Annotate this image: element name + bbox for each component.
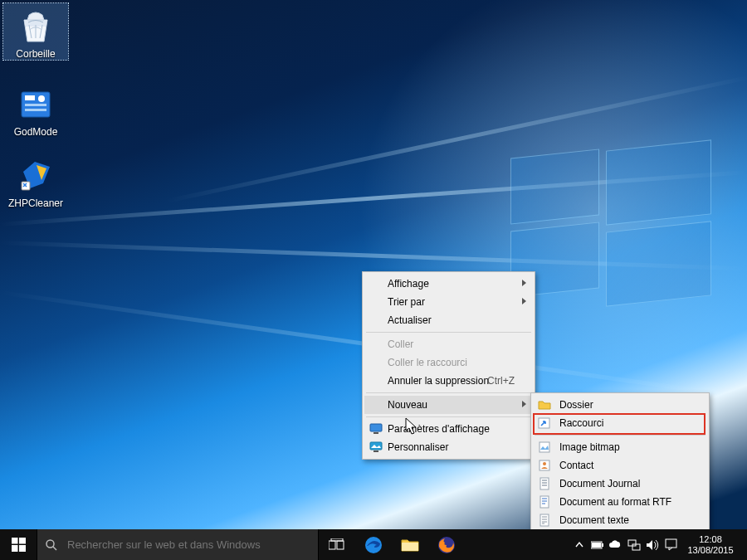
- task-view-icon: [329, 538, 345, 552]
- wallpaper-windows-logo: [510, 145, 710, 295]
- tray-battery-icon[interactable]: [588, 529, 607, 560]
- system-tray: 12:08 13/08/2015: [570, 529, 747, 560]
- desktop-icon-recycle-bin[interactable]: Corbeille: [3, 3, 68, 60]
- ctx-item-label: Personnaliser: [388, 441, 448, 453]
- tray-onedrive-icon[interactable]: [607, 529, 625, 560]
- shortcut-icon: [538, 416, 551, 430]
- tray-notifications-icon[interactable]: [662, 529, 680, 560]
- svg-rect-35: [666, 539, 676, 548]
- ctx-item-label: Raccourci: [559, 417, 603, 429]
- submenu-nouveau: Dossier Raccourci Image bitmap Contact: [530, 392, 710, 529]
- ctx-item-coller: Coller: [364, 335, 533, 353]
- ctx-item-affichage[interactable]: Affichage: [364, 275, 533, 293]
- bitmap-icon: [538, 441, 551, 454]
- svg-point-22: [46, 540, 54, 548]
- sub-item-document-journal[interactable]: Document Journal: [533, 475, 707, 493]
- display-settings-icon: [369, 422, 383, 436]
- tray-network-icon[interactable]: [625, 529, 643, 560]
- svg-rect-9: [374, 450, 378, 452]
- tray-show-hidden-icons[interactable]: [570, 529, 588, 560]
- ctx-item-label: Actualiser: [388, 314, 432, 326]
- recycle-bin-icon: [16, 7, 56, 46]
- chevron-right-icon: [522, 280, 526, 286]
- ctx-item-label: Contact: [559, 460, 593, 471]
- sub-item-raccourci[interactable]: Raccourci: [533, 414, 707, 432]
- ctx-item-label: Paramètres d'affichage: [388, 423, 490, 435]
- svg-line-23: [53, 547, 56, 550]
- desktop-icon-label: GodMode: [3, 126, 68, 138]
- windows-logo-icon: [12, 538, 26, 552]
- ctx-item-annuler-suppression[interactable]: Annuler la suppression Ctrl+Z: [364, 372, 533, 390]
- chevron-right-icon: [522, 298, 526, 304]
- ctx-item-label: Affichage: [388, 278, 429, 290]
- contact-icon: [538, 459, 551, 472]
- svg-rect-25: [337, 541, 344, 549]
- sub-item-contact[interactable]: Contact: [533, 456, 707, 475]
- ctx-item-trier[interactable]: Trier par: [364, 293, 533, 311]
- ctx-item-label: Document Journal: [559, 478, 640, 489]
- svg-rect-1: [25, 95, 35, 100]
- svg-rect-20: [12, 545, 18, 552]
- svg-rect-14: [540, 478, 549, 489]
- edge-icon: [364, 535, 383, 555]
- svg-rect-16: [540, 514, 549, 526]
- tray-date: 13/08/2015: [687, 545, 733, 556]
- menu-separator: [366, 332, 531, 333]
- desktop-icon-godmode[interactable]: GodMode: [3, 81, 68, 138]
- svg-rect-19: [19, 538, 26, 544]
- ctx-item-label: Dossier: [559, 399, 593, 411]
- svg-point-13: [543, 462, 546, 465]
- sub-item-dossier[interactable]: Dossier: [533, 396, 707, 414]
- svg-rect-3: [25, 104, 46, 106]
- ctx-item-label: Nouveau: [388, 399, 427, 411]
- ctx-item-parametres-affichage[interactable]: Paramètres d'affichage: [364, 420, 533, 438]
- svg-rect-7: [374, 432, 378, 434]
- svg-rect-21: [19, 545, 26, 552]
- rtf-icon: [538, 495, 551, 509]
- svg-rect-15: [540, 496, 549, 508]
- tray-volume-icon[interactable]: [643, 529, 662, 560]
- ctx-item-label: Coller le raccourci: [388, 357, 467, 368]
- personalize-icon: [369, 441, 383, 454]
- zhpcleaner-icon: [16, 156, 56, 196]
- svg-rect-28: [402, 543, 418, 551]
- sub-item-document-rtf[interactable]: Document au format RTF: [533, 493, 707, 511]
- task-view-button[interactable]: [319, 529, 355, 560]
- desktop-icon-label: Corbeille: [3, 48, 68, 60]
- firefox-icon: [437, 535, 456, 555]
- sub-item-image-bitmap[interactable]: Image bitmap: [533, 438, 707, 456]
- svg-rect-8: [370, 442, 382, 450]
- desktop-icon-zhpcleaner[interactable]: ZHPCleaner: [3, 153, 68, 209]
- journal-icon: [538, 477, 551, 490]
- ctx-item-actualiser[interactable]: Actualiser: [364, 311, 533, 329]
- desktop-icon-label: ZHPCleaner: [3, 197, 68, 209]
- ctx-item-shortcut: Ctrl+Z: [487, 375, 515, 387]
- ctx-item-label: Coller: [388, 338, 413, 350]
- svg-rect-18: [12, 538, 18, 544]
- start-button[interactable]: [0, 529, 37, 560]
- menu-separator: [366, 392, 531, 393]
- taskbar-app-file-explorer[interactable]: [392, 529, 428, 560]
- ctx-item-label: Document au format RTF: [559, 496, 671, 508]
- ctx-item-coller-raccourci: Coller le raccourci: [364, 353, 533, 372]
- taskbar-app-firefox[interactable]: [428, 529, 465, 560]
- search-input[interactable]: [66, 538, 318, 552]
- desktop-context-menu: Affichage Trier par Actualiser Coller Co…: [362, 271, 535, 460]
- ctx-item-label: Document texte: [559, 514, 629, 526]
- file-explorer-icon: [400, 535, 420, 555]
- desktop[interactable]: Corbeille GodMode ZHPCleaner: [0, 0, 747, 529]
- svg-rect-24: [329, 541, 335, 549]
- ctx-item-nouveau[interactable]: Nouveau: [364, 396, 533, 414]
- tray-clock[interactable]: 12:08 13/08/2015: [680, 534, 741, 556]
- taskbar-app-edge[interactable]: [355, 529, 392, 560]
- taskbar-search[interactable]: [37, 529, 319, 560]
- svg-point-2: [38, 95, 45, 102]
- folder-icon: [538, 398, 551, 411]
- control-panel-icon: [16, 85, 56, 124]
- chevron-right-icon: [522, 401, 526, 407]
- tray-time: 12:08: [699, 534, 722, 545]
- search-icon: [37, 538, 66, 552]
- svg-rect-6: [370, 424, 382, 431]
- sub-item-document-texte[interactable]: Document texte: [533, 511, 707, 529]
- ctx-item-personnaliser[interactable]: Personnaliser: [364, 438, 533, 456]
